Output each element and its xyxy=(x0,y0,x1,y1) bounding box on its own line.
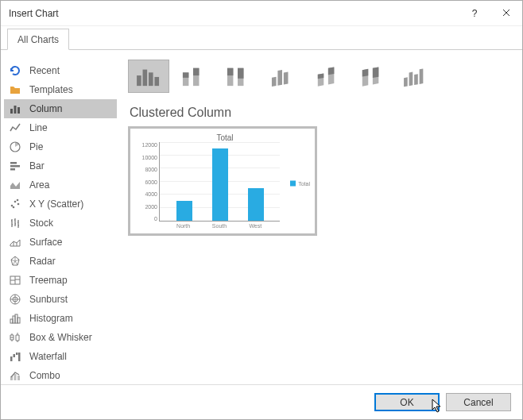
svg-rect-33 xyxy=(193,68,199,75)
plot-area xyxy=(159,142,280,222)
dialog-buttons: OK Cancel xyxy=(1,384,522,419)
radar-chart-icon xyxy=(9,255,21,268)
legend-label: Total xyxy=(298,180,310,186)
sidebar-item-scatter[interactable]: X Y (Scatter) xyxy=(4,195,117,214)
area-chart-icon xyxy=(9,179,21,191)
sidebar-item-label: Surface xyxy=(29,237,62,248)
sidebar-item-area[interactable]: Area xyxy=(4,175,117,195)
x-tick-label: South xyxy=(207,223,231,229)
svg-rect-1 xyxy=(14,106,17,114)
svg-rect-18 xyxy=(17,318,20,323)
close-button[interactable] xyxy=(490,1,522,26)
sidebar-item-label: Waterfall xyxy=(29,351,67,362)
sidebar-item-recent[interactable]: Recent xyxy=(4,61,117,80)
svg-rect-26 xyxy=(137,75,141,86)
sidebar-item-pie[interactable]: Pie xyxy=(4,137,117,156)
insert-chart-dialog: Insert Chart ? All Charts Recent xyxy=(0,0,523,420)
svg-rect-22 xyxy=(18,353,21,361)
stock-chart-icon xyxy=(9,217,21,229)
help-icon: ? xyxy=(472,8,478,19)
combo-chart-icon xyxy=(9,369,21,382)
sidebar-item-combo[interactable]: Combo xyxy=(4,366,117,384)
sidebar-item-histogram[interactable]: Histogram xyxy=(4,309,117,328)
svg-rect-6 xyxy=(10,168,15,171)
subtype-stacked-column[interactable] xyxy=(172,60,214,93)
x-tick-label: North xyxy=(172,223,196,229)
sidebar-item-label: Pie xyxy=(29,141,43,152)
sidebar-item-label: X Y (Scatter) xyxy=(29,198,83,210)
box-whisker-chart-icon xyxy=(9,331,21,344)
tabstrip: All Charts xyxy=(1,26,522,50)
svg-rect-4 xyxy=(10,162,17,164)
bar-chart-icon xyxy=(9,160,21,172)
svg-rect-19 xyxy=(10,356,13,361)
histogram-chart-icon xyxy=(9,312,21,325)
sidebar-item-stock[interactable]: Stock xyxy=(4,214,117,233)
sidebar-item-label: Column xyxy=(29,103,62,114)
treemap-chart-icon xyxy=(9,274,21,287)
subtype-3d-clustered-column[interactable] xyxy=(262,60,303,93)
sidebar-item-label: Box & Whisker xyxy=(29,332,92,343)
svg-rect-28 xyxy=(149,72,153,86)
bar xyxy=(212,148,228,221)
chart-preview[interactable]: Total 12000 10000 8000 6000 4000 2000 0 xyxy=(128,126,317,236)
chart-title: Total xyxy=(138,133,312,142)
sidebar-item-templates[interactable]: Templates xyxy=(4,80,117,99)
sidebar-item-bar[interactable]: Bar xyxy=(4,156,117,175)
svg-rect-46 xyxy=(362,69,368,77)
sidebar-item-label: Bar xyxy=(29,160,45,171)
svg-rect-40 xyxy=(284,71,289,84)
help-button[interactable]: ? xyxy=(459,1,490,26)
recent-icon xyxy=(9,64,21,77)
svg-rect-21 xyxy=(16,353,18,355)
sidebar-item-column[interactable]: Column xyxy=(4,99,117,118)
ok-button[interactable]: OK xyxy=(374,393,440,411)
sidebar-item-label: Histogram xyxy=(29,313,73,324)
subtype-3d-100-stacked-column[interactable] xyxy=(351,60,392,93)
sidebar-item-label: Sunburst xyxy=(29,294,68,305)
sidebar-item-sunburst[interactable]: Sunburst xyxy=(4,290,117,309)
svg-rect-44 xyxy=(328,67,334,75)
bar xyxy=(248,188,264,221)
svg-point-10 xyxy=(13,206,15,209)
sidebar-item-label: Radar xyxy=(29,256,56,267)
svg-rect-35 xyxy=(227,68,233,75)
svg-rect-20 xyxy=(14,354,16,357)
svg-rect-39 xyxy=(277,70,282,86)
cancel-button[interactable]: Cancel xyxy=(446,393,511,411)
subtype-100-stacked-column[interactable] xyxy=(217,60,258,93)
subtype-3d-column[interactable] xyxy=(395,60,436,93)
sidebar-item-box-whisker[interactable]: Box & Whisker xyxy=(4,328,117,347)
sidebar-item-label: Recent xyxy=(29,65,60,76)
legend-swatch xyxy=(290,180,296,186)
subtype-clustered-column[interactable] xyxy=(128,60,169,93)
pie-chart-icon xyxy=(9,141,21,153)
sidebar-item-label: Stock xyxy=(29,218,53,229)
titlebar: Insert Chart ? xyxy=(1,1,522,26)
svg-rect-37 xyxy=(238,68,243,79)
svg-rect-49 xyxy=(404,77,408,87)
svg-rect-27 xyxy=(143,70,148,87)
line-chart-icon xyxy=(9,121,21,134)
subtype-3d-stacked-column[interactable] xyxy=(306,60,347,93)
sidebar-item-surface[interactable]: Surface xyxy=(4,233,117,252)
x-tick-label: West xyxy=(243,223,267,229)
sidebar-item-radar[interactable]: Radar xyxy=(4,252,117,271)
column-subtypes xyxy=(128,60,508,93)
svg-point-11 xyxy=(17,199,19,202)
sidebar-item-treemap[interactable]: Treemap xyxy=(4,271,117,290)
tab-all-charts[interactable]: All Charts xyxy=(7,29,69,50)
svg-rect-38 xyxy=(272,77,277,87)
sunburst-chart-icon xyxy=(9,293,21,306)
svg-rect-5 xyxy=(10,165,20,168)
sidebar-item-waterfall[interactable]: Waterfall xyxy=(4,347,117,366)
bar xyxy=(176,201,192,221)
sidebar-item-label: Treemap xyxy=(29,275,68,286)
sidebar-item-label: Templates xyxy=(29,84,73,95)
svg-rect-50 xyxy=(409,72,413,87)
x-axis: NorthSouthWest xyxy=(159,222,280,229)
sidebar-item-line[interactable]: Line xyxy=(4,118,117,137)
svg-rect-31 xyxy=(183,72,188,78)
sidebar-item-label: Area xyxy=(29,179,49,191)
templates-icon xyxy=(9,83,21,96)
